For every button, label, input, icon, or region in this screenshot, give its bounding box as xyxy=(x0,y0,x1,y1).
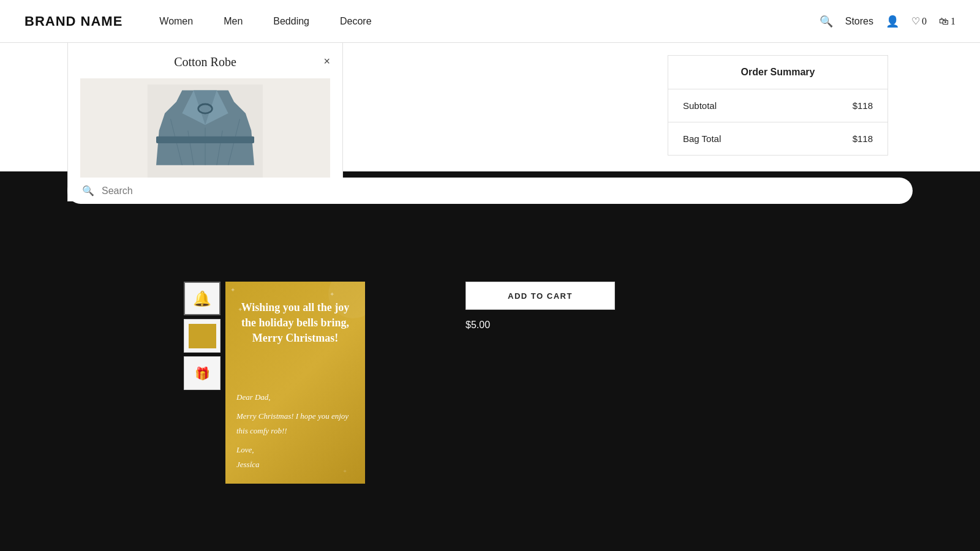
subtotal-row: Subtotal $118 xyxy=(668,89,888,122)
sparkle-3: + xyxy=(250,459,254,465)
add-to-cart-button[interactable]: ADD TO CART xyxy=(466,282,615,310)
thumbnail-gift[interactable]: 🎁 xyxy=(184,356,221,390)
dark-section xyxy=(0,171,980,551)
main-area: Cotton Robe × xyxy=(0,43,980,551)
thumbnail-list: 🔔 🎁 xyxy=(184,282,221,484)
header-actions: 🔍 Stores 👤 ♡ 0 🛍 1 xyxy=(820,15,956,28)
wishlist-badge[interactable]: ♡ 0 xyxy=(911,15,927,27)
close-button[interactable]: × xyxy=(323,55,330,68)
wishlist-count: 0 xyxy=(922,16,927,27)
bag-icon: 🛍 xyxy=(939,16,949,27)
card-color-preview xyxy=(189,324,216,348)
product-panel-header: Cotton Robe × xyxy=(80,55,330,69)
search-icon: 🔍 xyxy=(82,185,94,197)
gift-closing: Love, xyxy=(236,443,354,457)
sparkle-4: + xyxy=(343,468,347,474)
stores-link[interactable]: Stores xyxy=(845,16,873,27)
product-title: Cotton Robe xyxy=(174,55,236,69)
subtotal-label: Subtotal xyxy=(683,100,717,111)
nav-women[interactable]: Women xyxy=(159,16,193,27)
account-icon[interactable]: 👤 xyxy=(886,15,899,28)
gift-message: Merry Christmas! I hope you enjoy this c… xyxy=(236,409,354,438)
cart-action: ADD TO CART $5.00 xyxy=(466,282,615,331)
search-input[interactable] xyxy=(102,186,898,197)
svg-rect-6 xyxy=(156,137,254,143)
sparkle-5: ✦ xyxy=(230,287,235,293)
bag-total-value: $118 xyxy=(853,133,873,144)
thumbnail-bells[interactable]: 🔔 xyxy=(184,282,221,315)
gift-icon: 🎁 xyxy=(195,366,210,381)
subtotal-value: $118 xyxy=(853,100,873,111)
header: BRAND NAME Women Men Bedding Decore 🔍 St… xyxy=(0,0,980,43)
nav-decore[interactable]: Decore xyxy=(340,16,372,27)
nav-men[interactable]: Men xyxy=(224,16,243,27)
sparkle-1: ✦ xyxy=(330,291,334,298)
nav-links: Women Men Bedding Decore xyxy=(159,16,819,27)
cart-badge[interactable]: 🛍 1 xyxy=(939,16,956,27)
price-text: $5.00 xyxy=(466,320,615,331)
brand-name[interactable]: BRAND NAME xyxy=(24,13,123,29)
gift-card: ✦ ✦ + + ✦ Wishing you all the joy the ho… xyxy=(225,282,365,484)
bells-icon: 🔔 xyxy=(193,290,211,307)
gift-signature: Jessica xyxy=(236,457,354,471)
order-summary-title: Order Summary xyxy=(668,56,888,89)
search-bar-container: 🔍 xyxy=(67,178,913,204)
cart-count: 1 xyxy=(951,16,956,27)
gift-card-body: Dear Dad, Merry Christmas! I hope you en… xyxy=(236,390,354,471)
search-icon[interactable]: 🔍 xyxy=(820,15,833,28)
nav-bedding[interactable]: Bedding xyxy=(273,16,309,27)
thumbnail-card[interactable] xyxy=(184,319,221,353)
product-image xyxy=(80,78,330,189)
bag-total-row: Bag Total $118 xyxy=(668,122,888,155)
robe-illustration xyxy=(144,84,266,182)
gift-card-section: 🔔 🎁 ✦ ✦ + + ✦ Wishing you all the joy th… xyxy=(184,282,365,484)
sparkle-2: ✦ xyxy=(238,306,243,313)
order-summary-panel: Order Summary Subtotal $118 Bag Total $1… xyxy=(668,55,888,156)
gift-salutation: Dear Dad, xyxy=(236,390,354,404)
gift-card-main-text: Wishing you all the joy the holiday bell… xyxy=(236,300,354,347)
bag-total-label: Bag Total xyxy=(683,133,721,144)
heart-icon: ♡ xyxy=(911,15,920,27)
search-bar: 🔍 xyxy=(67,178,913,204)
